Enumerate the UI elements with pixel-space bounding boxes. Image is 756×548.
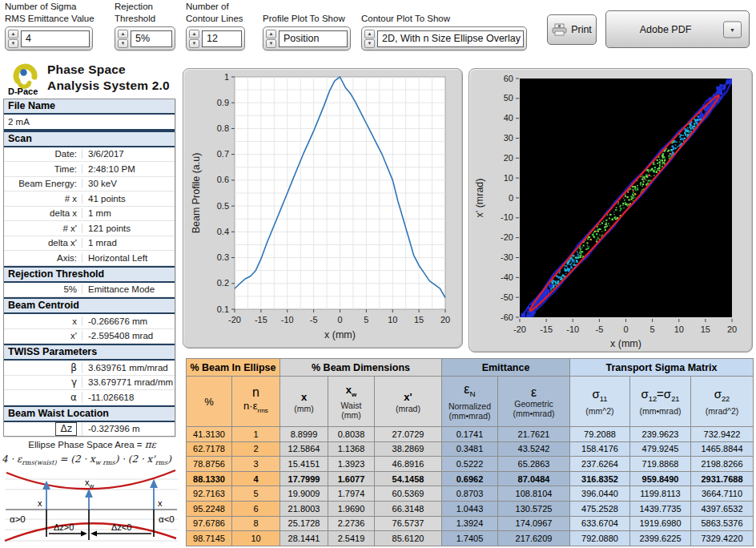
- svg-text:Ellipse Phase Space Area = πε: Ellipse Phase Space Area = πε: [28, 439, 156, 450]
- control-label: RejectionThreshold: [115, 1, 155, 25]
- group-header: Emittance: [442, 359, 570, 377]
- table-row: 97.6786825.17282.273676.57371.3924174.09…: [187, 516, 754, 531]
- increment-button[interactable]: ▲: [8, 30, 18, 38]
- column-header: εNNormalized(mm•mrad): [442, 377, 498, 427]
- table-cell: 7329.4220: [691, 531, 754, 546]
- control-label: Profile Plot To Show: [263, 13, 345, 25]
- profile-plot-value[interactable]: Position: [279, 30, 348, 47]
- table-cell: 108.8104: [498, 486, 570, 502]
- table-cell: 1919.6980: [630, 516, 691, 531]
- adobe-pdf-button[interactable]: Adobe PDF ▼: [605, 10, 750, 48]
- table-cell: 316.8352: [570, 471, 630, 486]
- group-header: Transport Sigma Matrix: [570, 359, 754, 377]
- sidebar-row: # x41 points: [4, 191, 175, 207]
- decrement-button[interactable]: ▼: [189, 39, 199, 48]
- contour-lines-value[interactable]: 12: [202, 30, 242, 47]
- column-header: nn·εrms: [232, 377, 280, 427]
- svg-text:-40: -40: [501, 272, 513, 282]
- sidebar-row: delta x'1 mrad: [4, 236, 175, 252]
- table-cell: 174.0967: [498, 516, 570, 531]
- table-cell: 475.2528: [570, 501, 630, 516]
- sigma-rms-value[interactable]: 4: [21, 30, 90, 47]
- sidebar-row: x-0.266676 mm: [4, 314, 175, 329]
- table-cell: 719.8868: [630, 457, 691, 472]
- svg-text:-5: -5: [310, 315, 318, 324]
- increment-button[interactable]: ▲: [118, 30, 128, 38]
- increment-button[interactable]: ▲: [266, 30, 276, 38]
- row-value: 3.639761 mm/mrad: [82, 363, 175, 373]
- row-label: Date:: [4, 149, 82, 159]
- increment-button[interactable]: ▲: [364, 30, 375, 38]
- table-cell: 1.0443: [442, 501, 498, 516]
- row-label: # x: [4, 194, 82, 203]
- table-cell: 38.2869: [375, 441, 442, 457]
- table-cell: 43.5242: [498, 441, 570, 457]
- alpha-positive-label: α>0: [10, 514, 26, 524]
- decrement-button[interactable]: ▼: [364, 39, 375, 48]
- svg-text:50: 50: [504, 93, 513, 103]
- table-cell: 1199.8113: [630, 486, 691, 502]
- adobe-pdf-label: Adobe PDF: [640, 24, 692, 35]
- table-cell: 1.7405: [442, 531, 498, 546]
- contour-plot-selector[interactable]: ▲ ▼ 2D, With n Size Ellipse Overlay: [361, 26, 527, 50]
- rms-emittance-formula: 4 · εrms(waist) = (2 · xw rms) · (2 · x'…: [2, 453, 172, 466]
- svg-text:0.6: 0.6: [217, 175, 229, 184]
- table-cell: 8: [232, 516, 280, 531]
- rejection-threshold-value[interactable]: 5%: [131, 30, 172, 47]
- table-row: 95.2248621.80031.969066.31481.0443130.57…: [187, 501, 754, 516]
- svg-text:0: 0: [337, 315, 342, 324]
- table-cell: 12.5864: [280, 441, 328, 457]
- table-cell: 239.9623: [630, 427, 691, 442]
- row-label: α: [4, 392, 82, 403]
- control-label: Number of SigmaRMS Emittance Value: [5, 1, 94, 25]
- contour-plot-value[interactable]: 2D, With n Size Ellipse Overlay: [377, 30, 524, 47]
- table-cell: 792.0880: [570, 531, 630, 546]
- table-cell: 2.5419: [328, 531, 375, 546]
- table-cell: 98.7145: [187, 531, 232, 546]
- svg-text:30: 30: [504, 133, 513, 143]
- table-cell: 6: [232, 501, 280, 516]
- adobe-pdf-dropdown[interactable]: ▼: [723, 21, 742, 38]
- table-cell: 2.2736: [328, 516, 375, 531]
- spinner: ▲ ▼: [8, 30, 18, 48]
- column-header: x'(mrad): [375, 377, 442, 427]
- decrement-button[interactable]: ▼: [118, 39, 128, 48]
- svg-text:-10: -10: [501, 212, 513, 222]
- table-cell: 633.6704: [570, 516, 630, 531]
- decrement-button[interactable]: ▼: [8, 39, 18, 48]
- table-body: 41.313018.89990.803827.07290.174121.7621…: [187, 427, 754, 546]
- svg-text:0.2: 0.2: [217, 278, 229, 288]
- table-cell: 1.7974: [328, 486, 375, 502]
- row-label: delta x': [4, 238, 82, 248]
- table-cell: 1: [232, 427, 280, 442]
- table-cell: 28.1441: [280, 531, 328, 546]
- table-group-header-row: % Beam In Ellipse% Beam DimensionsEmitta…: [187, 359, 754, 377]
- table-cell: 237.6264: [570, 457, 630, 472]
- sidebar-row: α-11.026618: [4, 390, 175, 405]
- decrement-button[interactable]: ▼: [266, 39, 276, 48]
- beam-profile-chart: -20-15-10-5051015200.10.20.30.40.50.60.7…: [183, 69, 464, 349]
- rejection-threshold-control[interactable]: ▲ ▼ 5%: [115, 26, 175, 50]
- table-cell: 87.0484: [498, 471, 570, 486]
- row-label: x': [4, 331, 82, 340]
- svg-text:-15: -15: [255, 315, 267, 324]
- increment-button[interactable]: ▲: [189, 30, 199, 38]
- table-cell: 0.6962: [442, 471, 498, 486]
- contour-lines-control[interactable]: ▲ ▼ 12: [186, 26, 245, 50]
- table-cell: 88.1330: [187, 471, 232, 486]
- profile-plot-selector[interactable]: ▲ ▼ Position: [263, 26, 351, 50]
- table-cell: 78.8756: [187, 457, 232, 472]
- sidebar-row: γ33.679771 mrad/mm: [4, 376, 175, 391]
- svg-text:0: 0: [623, 324, 628, 334]
- svg-text:20: 20: [504, 153, 513, 163]
- column-header: σ12=σ21(mm•mrad): [630, 377, 691, 427]
- section-header: Scan: [4, 131, 175, 147]
- table-cell: 62.7178: [187, 441, 232, 457]
- table-row: 78.8756315.41511.392346.89160.522265.286…: [187, 457, 754, 472]
- svg-text:0.8: 0.8: [217, 123, 229, 133]
- sigma-rms-control[interactable]: ▲ ▼ 4: [5, 26, 93, 50]
- spinner: ▲ ▼: [189, 30, 199, 48]
- table-cell: 5863.5376: [691, 516, 754, 531]
- print-button[interactable]: Print: [547, 14, 597, 45]
- table-cell: 97.6786: [187, 516, 232, 531]
